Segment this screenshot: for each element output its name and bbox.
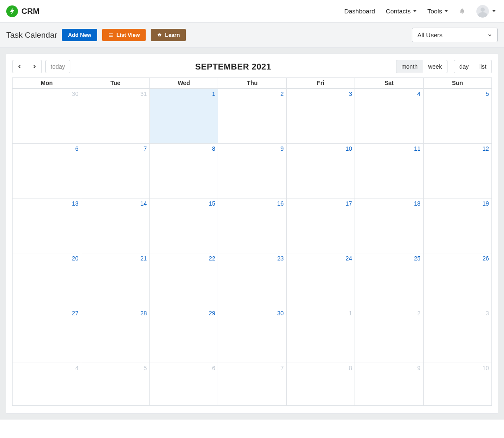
day-number[interactable]: 4 bbox=[417, 90, 421, 97]
day-number[interactable]: 25 bbox=[414, 255, 421, 262]
calendar-cell[interactable]: 9 bbox=[355, 363, 423, 405]
calendar-cell[interactable]: 7 bbox=[81, 143, 149, 198]
day-number[interactable]: 8 bbox=[349, 365, 352, 371]
day-number[interactable]: 5 bbox=[486, 90, 489, 97]
next-button[interactable] bbox=[27, 60, 42, 73]
calendar-cell[interactable]: 1 bbox=[149, 88, 218, 143]
day-number[interactable]: 21 bbox=[140, 255, 147, 262]
day-number[interactable]: 2 bbox=[417, 310, 421, 317]
day-number[interactable]: 30 bbox=[277, 310, 284, 317]
list-view-button[interactable]: List View bbox=[102, 29, 146, 41]
day-number[interactable]: 6 bbox=[212, 365, 215, 371]
day-number[interactable]: 2 bbox=[280, 90, 284, 97]
calendar-cell[interactable]: 8 bbox=[149, 143, 218, 198]
calendar-cell[interactable]: 3 bbox=[286, 88, 355, 143]
day-number[interactable]: 20 bbox=[72, 255, 79, 262]
calendar-cell[interactable]: 17 bbox=[286, 198, 355, 253]
day-number[interactable]: 15 bbox=[209, 200, 216, 207]
calendar-cell[interactable]: 29 bbox=[149, 308, 218, 363]
calendar-cell[interactable]: 5 bbox=[81, 363, 149, 405]
day-number[interactable]: 31 bbox=[140, 90, 147, 97]
calendar-cell[interactable]: 6 bbox=[149, 363, 218, 405]
calendar-cell[interactable]: 28 bbox=[81, 308, 149, 363]
day-number[interactable]: 5 bbox=[144, 365, 147, 371]
day-number[interactable]: 12 bbox=[482, 145, 489, 152]
calendar-cell[interactable]: 20 bbox=[13, 253, 81, 308]
prev-button[interactable] bbox=[12, 60, 27, 73]
calendar-cell[interactable]: 25 bbox=[355, 253, 423, 308]
brand[interactable]: CRM bbox=[6, 5, 39, 17]
day-number[interactable]: 10 bbox=[482, 365, 489, 371]
day-number[interactable]: 28 bbox=[140, 310, 147, 317]
view-week-button[interactable]: week bbox=[423, 60, 447, 73]
calendar-cell[interactable]: 10 bbox=[286, 143, 355, 198]
day-number[interactable]: 24 bbox=[346, 255, 352, 262]
calendar-cell[interactable]: 2 bbox=[218, 88, 286, 143]
day-number[interactable]: 7 bbox=[144, 145, 147, 152]
day-number[interactable]: 19 bbox=[482, 200, 489, 207]
calendar-cell[interactable]: 13 bbox=[13, 198, 81, 253]
calendar-cell[interactable]: 11 bbox=[355, 143, 423, 198]
day-number[interactable]: 1 bbox=[212, 90, 215, 97]
nav-contacts[interactable]: Contacts bbox=[386, 8, 417, 15]
day-number[interactable]: 3 bbox=[486, 310, 489, 317]
calendar-cell[interactable]: 6 bbox=[13, 143, 81, 198]
today-button[interactable]: today bbox=[45, 60, 70, 73]
day-number[interactable]: 29 bbox=[209, 310, 216, 317]
day-number[interactable]: 7 bbox=[280, 365, 284, 371]
bell-icon[interactable] bbox=[459, 8, 465, 15]
calendar-cell[interactable]: 3 bbox=[423, 308, 491, 363]
day-number[interactable]: 3 bbox=[349, 90, 352, 97]
add-new-button[interactable]: Add New bbox=[62, 29, 97, 41]
day-number[interactable]: 30 bbox=[72, 90, 79, 97]
calendar-cell[interactable]: 8 bbox=[286, 363, 355, 405]
day-number[interactable]: 26 bbox=[482, 255, 489, 262]
calendar-cell[interactable]: 14 bbox=[81, 198, 149, 253]
calendar-cell[interactable]: 7 bbox=[218, 363, 286, 405]
day-number[interactable]: 22 bbox=[209, 255, 216, 262]
user-menu[interactable] bbox=[476, 5, 496, 18]
view-month-button[interactable]: month bbox=[396, 60, 423, 73]
calendar-cell[interactable]: 22 bbox=[149, 253, 218, 308]
calendar-cell[interactable]: 24 bbox=[286, 253, 355, 308]
day-number[interactable]: 9 bbox=[280, 145, 284, 152]
calendar-cell[interactable]: 30 bbox=[218, 308, 286, 363]
view-list-button[interactable]: list bbox=[474, 60, 492, 73]
day-number[interactable]: 6 bbox=[75, 145, 79, 152]
day-number[interactable]: 14 bbox=[140, 200, 147, 207]
calendar-cell[interactable]: 1 bbox=[286, 308, 355, 363]
day-number[interactable]: 10 bbox=[346, 145, 352, 152]
day-number[interactable]: 23 bbox=[277, 255, 284, 262]
day-number[interactable]: 27 bbox=[72, 310, 79, 317]
calendar-cell[interactable]: 2 bbox=[355, 308, 423, 363]
calendar-cell[interactable]: 16 bbox=[218, 198, 286, 253]
calendar-cell[interactable]: 23 bbox=[218, 253, 286, 308]
day-number[interactable]: 4 bbox=[75, 365, 79, 371]
day-number[interactable]: 13 bbox=[72, 200, 79, 207]
nav-tools[interactable]: Tools bbox=[427, 8, 448, 15]
calendar-cell[interactable]: 9 bbox=[218, 143, 286, 198]
calendar-cell[interactable]: 10 bbox=[423, 363, 491, 405]
day-number[interactable]: 9 bbox=[417, 365, 421, 371]
calendar-cell[interactable]: 4 bbox=[13, 363, 81, 405]
day-number[interactable]: 8 bbox=[212, 145, 215, 152]
nav-dashboard[interactable]: Dashboard bbox=[344, 8, 375, 15]
day-number[interactable]: 18 bbox=[414, 200, 421, 207]
calendar-cell[interactable]: 15 bbox=[149, 198, 218, 253]
user-filter-select[interactable]: All Users bbox=[412, 28, 498, 42]
calendar-cell[interactable]: 31 bbox=[81, 88, 149, 143]
learn-button[interactable]: Learn bbox=[151, 29, 185, 41]
calendar-cell[interactable]: 27 bbox=[13, 308, 81, 363]
calendar-cell[interactable]: 4 bbox=[355, 88, 423, 143]
day-number[interactable]: 1 bbox=[349, 310, 352, 317]
calendar-cell[interactable]: 18 bbox=[355, 198, 423, 253]
calendar-cell[interactable]: 12 bbox=[423, 143, 491, 198]
day-number[interactable]: 17 bbox=[346, 200, 352, 207]
calendar-cell[interactable]: 26 bbox=[423, 253, 491, 308]
calendar-cell[interactable]: 5 bbox=[423, 88, 491, 143]
calendar-cell[interactable]: 21 bbox=[81, 253, 149, 308]
calendar-cell[interactable]: 30 bbox=[13, 88, 81, 143]
day-number[interactable]: 11 bbox=[414, 145, 421, 152]
calendar-cell[interactable]: 19 bbox=[423, 198, 491, 253]
day-number[interactable]: 16 bbox=[277, 200, 284, 207]
